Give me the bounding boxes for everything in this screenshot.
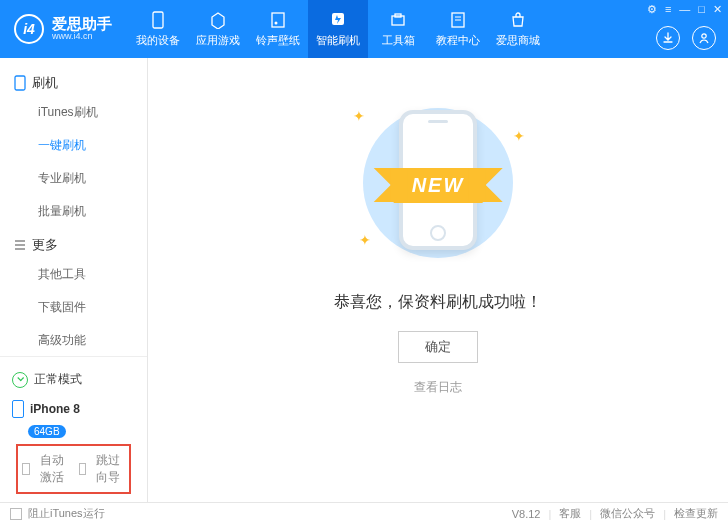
- phone-icon: [149, 11, 167, 29]
- download-icon: [662, 32, 674, 44]
- menu-icon: [14, 239, 26, 251]
- window-controls: ⚙ ≡ — □ ✕: [647, 3, 722, 16]
- flash-icon: [329, 11, 347, 29]
- success-message: 恭喜您，保资料刷机成功啦！: [334, 292, 542, 313]
- nav-tools[interactable]: 工具箱: [368, 0, 428, 58]
- svg-point-2: [275, 21, 278, 24]
- close-icon[interactable]: ✕: [713, 3, 722, 16]
- phone-icon: [12, 400, 24, 418]
- nav-apps[interactable]: 应用游戏: [188, 0, 248, 58]
- ok-button[interactable]: 确定: [398, 331, 478, 363]
- device-mode[interactable]: 正常模式: [10, 365, 137, 394]
- storage-badge: 64GB: [28, 425, 66, 438]
- sidebar-item[interactable]: 批量刷机: [0, 195, 147, 228]
- nav-label: 铃声壁纸: [256, 33, 300, 48]
- book-icon: [449, 11, 467, 29]
- nav-phone[interactable]: 我的设备: [128, 0, 188, 58]
- nav-flash[interactable]: 智能刷机: [308, 0, 368, 58]
- nav-label: 应用游戏: [196, 33, 240, 48]
- top-nav: 我的设备应用游戏铃声壁纸智能刷机工具箱教程中心爱思商城: [128, 0, 548, 58]
- sidebar-item[interactable]: iTunes刷机: [0, 96, 147, 129]
- device-info[interactable]: iPhone 8: [10, 394, 137, 424]
- checkbox-label: 自动激活: [40, 452, 69, 486]
- sidebar-group-label: 刷机: [32, 74, 58, 92]
- svg-rect-0: [153, 12, 163, 28]
- checkbox-auto-activate[interactable]: [22, 463, 30, 475]
- nav-book[interactable]: 教程中心: [428, 0, 488, 58]
- sidebar-item[interactable]: 其他工具: [0, 258, 147, 291]
- phone-icon: [14, 75, 26, 91]
- nav-label: 爱思商城: [496, 33, 540, 48]
- svg-rect-1: [272, 13, 284, 27]
- nav-label: 工具箱: [382, 33, 415, 48]
- checkbox-label: 阻止iTunes运行: [28, 506, 105, 521]
- sidebar-group-label: 更多: [32, 236, 58, 254]
- options-box: 自动激活 跳过向导: [16, 444, 131, 494]
- nav-label: 教程中心: [436, 33, 480, 48]
- app-title: 爱思助手: [52, 16, 112, 31]
- tools-icon: [389, 11, 407, 29]
- nav-music[interactable]: 铃声壁纸: [248, 0, 308, 58]
- success-illustration: ✦ ✦ ✦ NEW: [333, 98, 543, 268]
- nav-label: 智能刷机: [316, 33, 360, 48]
- sidebar-item[interactable]: 一键刷机: [0, 129, 147, 162]
- app-logo: i4 爱思助手 www.i4.cn: [0, 14, 122, 44]
- new-ribbon: NEW: [394, 168, 483, 203]
- sidebar: 刷机 iTunes刷机一键刷机专业刷机批量刷机 更多 其他工具下载固件高级功能 …: [0, 58, 148, 502]
- settings-icon[interactable]: ⚙: [647, 3, 657, 16]
- version-label: V8.12: [512, 508, 541, 520]
- apps-icon: [209, 11, 227, 29]
- app-subtitle: www.i4.cn: [52, 31, 112, 42]
- svg-point-7: [702, 34, 706, 38]
- music-icon: [269, 11, 287, 29]
- sidebar-group-flash: 刷机: [0, 66, 147, 96]
- logo-icon: i4: [14, 14, 44, 44]
- sidebar-group-more: 更多: [0, 228, 147, 258]
- user-icon: [698, 32, 710, 44]
- download-button[interactable]: [656, 26, 680, 50]
- view-log-link[interactable]: 查看日志: [414, 379, 462, 396]
- support-link[interactable]: 客服: [559, 506, 581, 521]
- mode-label: 正常模式: [34, 371, 82, 388]
- sidebar-item[interactable]: 下载固件: [0, 291, 147, 324]
- sidebar-item[interactable]: 专业刷机: [0, 162, 147, 195]
- svg-rect-8: [15, 76, 25, 90]
- checkbox-skip-guide[interactable]: [79, 463, 87, 475]
- checkbox-block-itunes[interactable]: [10, 508, 22, 520]
- shop-icon: [509, 11, 527, 29]
- app-header: i4 爱思助手 www.i4.cn 我的设备应用游戏铃声壁纸智能刷机工具箱教程中…: [0, 0, 728, 58]
- menu-icon[interactable]: ≡: [665, 3, 671, 16]
- minimize-icon[interactable]: —: [679, 3, 690, 16]
- wechat-link[interactable]: 微信公众号: [600, 506, 655, 521]
- nav-label: 我的设备: [136, 33, 180, 48]
- status-bar: 阻止iTunes运行 V8.12 | 客服 | 微信公众号 | 检查更新: [0, 502, 728, 524]
- checkbox-label: 跳过向导: [96, 452, 125, 486]
- maximize-icon[interactable]: □: [698, 3, 705, 16]
- device-name: iPhone 8: [30, 402, 80, 416]
- update-link[interactable]: 检查更新: [674, 506, 718, 521]
- check-circle-icon: [12, 372, 28, 388]
- main-content: ✦ ✦ ✦ NEW 恭喜您，保资料刷机成功啦！ 确定 查看日志: [148, 58, 728, 502]
- user-button[interactable]: [692, 26, 716, 50]
- nav-shop[interactable]: 爱思商城: [488, 0, 548, 58]
- sidebar-item[interactable]: 高级功能: [0, 324, 147, 356]
